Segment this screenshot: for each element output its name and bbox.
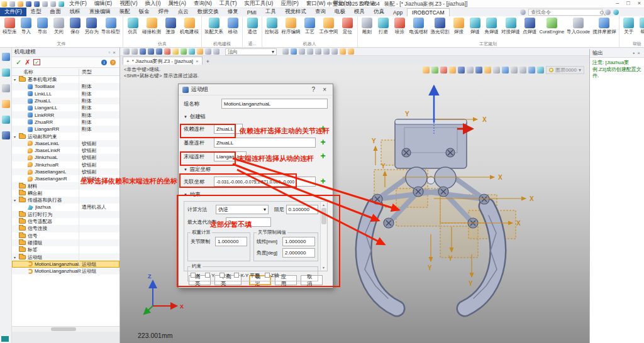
new-tab-button[interactable]: + — [203, 58, 213, 65]
dialog-title-bar[interactable]: 运动组 ? × — [179, 84, 333, 95]
view-icon[interactable] — [423, 67, 430, 74]
view-icon[interactable] — [502, 67, 509, 74]
ribbon-button[interactable]: 喷涂 — [392, 17, 408, 41]
toolbar-icon[interactable] — [123, 48, 130, 55]
expander-icon[interactable]: ▾ — [14, 255, 19, 259]
tree-row[interactable]: ▾ 运动副和约束 — [12, 133, 119, 139]
ribbon-tab[interactable]: 数据交换 — [193, 8, 223, 16]
ribbon-tab[interactable]: 视觉样式 — [280, 8, 311, 16]
ribbon-button[interactable]: 焊缝 — [467, 17, 484, 41]
close-panel-icon[interactable]: × — [636, 50, 641, 56]
tree-row[interactable]: LianganLL 刚体 — [12, 104, 119, 111]
close-tab-icon[interactable]: × — [196, 58, 199, 64]
redo-icon[interactable] — [50, 1, 56, 7]
refresh-icon[interactable] — [58, 1, 64, 7]
tree-row[interactable]: ZhuaLL 刚体 — [12, 97, 119, 104]
view-icon[interactable] — [431, 67, 438, 74]
ribbon-button[interactable]: 控制器 — [264, 17, 280, 41]
calc-method-select[interactable]: 伪逆 ▾ — [216, 205, 269, 214]
ribbon-tab[interactable]: 曲面 — [46, 8, 65, 16]
toolbar-icon[interactable] — [323, 48, 330, 55]
checkbox-icon[interactable] — [265, 273, 270, 278]
max-iterations-input[interactable]: 3 — [226, 217, 271, 227]
tree-row[interactable]: 信号连接 — [12, 225, 119, 232]
ribbon-button[interactable]: 关闭 — [51, 17, 67, 41]
ribbon-button[interactable]: 搅拌摩擦焊 — [591, 17, 618, 41]
tree-row[interactable]: ▾ 基本机电对象 — [12, 76, 119, 83]
menu-item[interactable]: 实用工具(U) — [241, 0, 277, 8]
tree-row[interactable]: 材料 — [12, 182, 119, 189]
ribbon-tab[interactable]: 钣金 — [135, 8, 154, 16]
ribbon-button[interactable]: 漫游 — [162, 17, 179, 41]
ribbon-button[interactable]: 焊接 — [451, 17, 467, 41]
end-link-input[interactable]: LianganLL — [214, 151, 247, 161]
ribbon-button[interactable]: 雕刻 — [359, 17, 375, 41]
ribbon-tab[interactable]: 点云 — [174, 8, 193, 16]
group-name-input[interactable]: MotionLianganzhuaL — [221, 99, 328, 109]
ribbon-button[interactable]: 仿真 — [125, 17, 141, 41]
restore-button[interactable]: □ — [625, 0, 631, 6]
tree-row[interactable]: LianganRR 刚体 — [12, 126, 119, 133]
checkbox-icon[interactable] — [205, 273, 210, 278]
toolbar-icon[interactable] — [348, 48, 354, 55]
minimize-button[interactable]: – — [614, 0, 621, 6]
ribbon-button[interactable]: 保存 — [67, 17, 84, 41]
angle-input[interactable]: 2.000000 — [282, 248, 315, 258]
menu-item[interactable]: 工具(T) — [216, 0, 241, 8]
tree-row[interactable]: ▾ 传感器和执行器 — [12, 197, 119, 204]
ribbon-button[interactable]: 打磨 — [375, 17, 392, 41]
toolbar-icon[interactable] — [315, 48, 321, 55]
ribbon-tab[interactable]: PMI — [243, 9, 261, 16]
tree-row[interactable]: 碰撞组 — [12, 239, 119, 246]
checkbox-icon[interactable] — [234, 273, 239, 278]
add-base-link-button[interactable]: + — [318, 138, 328, 148]
view-icon[interactable] — [537, 67, 544, 74]
normal-mode-dropdown[interactable]: 法向 ▾ — [225, 48, 277, 55]
dependent-link-input[interactable]: ZhuaLL — [214, 124, 243, 134]
ribbon-tab[interactable]: 修复 — [223, 8, 243, 16]
menu-item[interactable]: 应用(P) — [277, 0, 302, 8]
validate-button[interactable]: ✓ — [33, 59, 40, 65]
ribbon-tab[interactable]: 线框 — [65, 8, 85, 16]
ribbon-tab[interactable]: App — [389, 9, 407, 16]
tree-row[interactable]: MotionLianganzhuaL 运动组 — [12, 261, 119, 268]
save-all-icon[interactable] — [34, 1, 40, 7]
tree-row[interactable]: ToolBase 刚体 — [12, 83, 119, 90]
constraint-checkbox[interactable]: X-Y 平面 — [234, 272, 260, 279]
expander-icon[interactable]: ▾ — [14, 134, 19, 139]
ribbon-tab[interactable]: 电极 — [330, 8, 350, 16]
ribbon-button[interactable]: 机电建模 — [179, 17, 200, 41]
view-icon[interactable] — [467, 67, 474, 74]
notification-icon[interactable] — [520, 9, 526, 15]
toolbar-icon[interactable] — [213, 48, 219, 55]
view-icon[interactable] — [519, 67, 526, 74]
tree-row[interactable]: 信号适配器 — [12, 218, 119, 225]
toolbar-icon[interactable] — [197, 48, 203, 55]
tree-row[interactable]: JlinkzhuaL 铰链副 — [12, 154, 119, 161]
constraint-checkbox[interactable]: Z — [219, 273, 229, 278]
constraint-checkbox[interactable]: X — [191, 273, 200, 278]
ribbon-button[interactable]: 定位 — [340, 17, 356, 41]
base-link-input[interactable]: ZhuaLL — [214, 138, 316, 148]
toolbar-icon[interactable] — [148, 48, 154, 55]
tree-row[interactable]: 运行时行为 — [12, 211, 119, 218]
menu-item[interactable]: 编辑(E) — [91, 0, 116, 8]
view-icon[interactable] — [475, 67, 482, 74]
toolbar-icon[interactable] — [172, 48, 179, 55]
ribbon-button[interactable]: CuraEngine — [538, 17, 566, 41]
tree-row[interactable]: 信号 — [12, 232, 119, 239]
menu-item[interactable]: 属性(A) — [165, 0, 190, 8]
ribbon-tab[interactable]: 模具 — [350, 8, 369, 16]
side-tool-icon[interactable] — [2, 116, 10, 124]
tree-row[interactable]: JbaseLinkL 铰链副 — [12, 140, 119, 147]
info-icon[interactable]: i — [101, 60, 107, 65]
side-tool-icon[interactable] — [2, 84, 10, 92]
side-tool-icon[interactable] — [2, 100, 10, 108]
expander-icon[interactable]: ▾ — [14, 77, 19, 82]
checkbox-icon[interactable] — [191, 273, 196, 278]
help-icon[interactable]: ? — [309, 86, 318, 93]
ribbon-tab[interactable]: 直接编辑 — [85, 8, 115, 16]
section-fixed-coordinate[interactable]: ▼ 固定坐标 — [184, 165, 328, 174]
toolbar-icon[interactable] — [331, 48, 338, 55]
ribbon-button[interactable]: 模型库 — [1, 17, 18, 41]
